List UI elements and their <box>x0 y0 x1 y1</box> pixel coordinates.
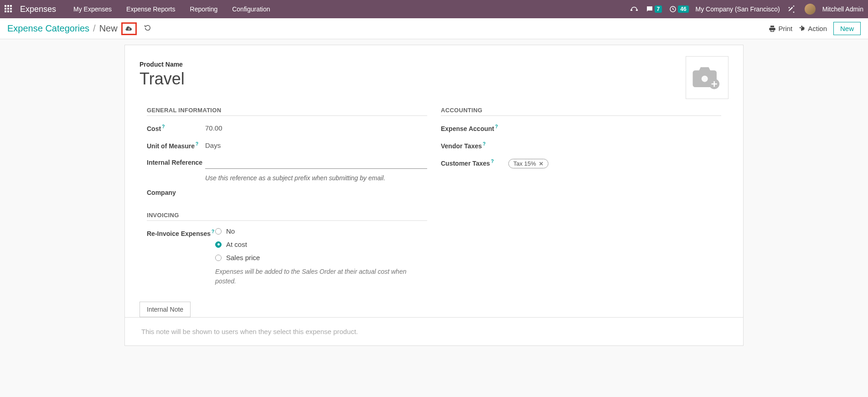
radio-label-no: No <box>226 227 235 235</box>
customer-taxes-label: Customer Taxes? <box>441 157 508 167</box>
radio-circle <box>215 255 222 261</box>
help-icon[interactable]: ? <box>196 141 198 146</box>
section-invoicing: INVOICING <box>147 212 427 221</box>
field-customer-taxes: Customer Taxes? Tax 15% ✕ <box>441 157 721 170</box>
nav-right: 7 46 My Company (San Francisco) Mitchell… <box>630 4 863 15</box>
breadcrumb: Expense Categories / New <box>7 23 118 34</box>
messages-indicator[interactable]: 7 <box>646 5 662 13</box>
product-name-value[interactable]: Travel <box>140 69 728 89</box>
tax-tag-label: Tax 15% <box>513 160 536 167</box>
print-button[interactable]: Print <box>769 25 792 32</box>
radio-no[interactable]: No <box>215 227 427 235</box>
breadcrumb-parent[interactable]: Expense Categories <box>7 23 89 34</box>
customer-taxes-value[interactable]: Tax 15% ✕ <box>508 157 721 170</box>
form-columns: GENERAL INFORMATION Cost? 70.00 Unit of … <box>140 107 728 291</box>
breadcrumb-current: New <box>99 23 118 34</box>
reinvoice-hint: Expenses will be added to the Sales Orde… <box>215 267 407 286</box>
tools-icon[interactable] <box>787 5 796 14</box>
section-accounting: ACCOUNTING <box>441 107 721 116</box>
content-wrap: Product Name Travel GENERAL INFORMATION … <box>0 39 868 351</box>
internal-ref-hint: Use this reference as a subject prefix w… <box>205 174 427 182</box>
nav-my-expenses[interactable]: My Expenses <box>68 0 117 18</box>
field-reinvoice: Re-Invoice Expenses? No At cost Sales <box>147 227 427 286</box>
image-upload[interactable] <box>686 56 728 99</box>
field-cost: Cost? 70.00 <box>147 122 427 135</box>
support-icon[interactable] <box>630 5 639 14</box>
action-label: Action <box>808 25 827 32</box>
tax-tag[interactable]: Tax 15% ✕ <box>508 159 548 168</box>
note-placeholder[interactable]: This note will be shown to users when th… <box>141 328 727 335</box>
nav-left: Expenses My Expenses Expense Reports Rep… <box>5 0 276 18</box>
radio-at-cost[interactable]: At cost <box>215 240 427 248</box>
activities-indicator[interactable]: 46 <box>669 5 688 13</box>
internal-ref-input[interactable] <box>205 157 427 169</box>
cost-value[interactable]: 70.00 <box>205 122 427 134</box>
apps-icon[interactable] <box>5 5 13 13</box>
save-button[interactable] <box>121 22 137 35</box>
right-column: ACCOUNTING Expense Account? Vendor Taxes… <box>441 107 721 291</box>
svg-point-5 <box>702 76 708 82</box>
tab-internal-note[interactable]: Internal Note <box>140 302 191 317</box>
reinvoice-radio-group: No At cost Sales price Expenses will be … <box>215 227 427 286</box>
vendor-taxes-value[interactable] <box>508 140 721 143</box>
radio-label-sales-price: Sales price <box>226 254 260 261</box>
company-selector[interactable]: My Company (San Francisco) <box>696 5 780 13</box>
print-label: Print <box>778 25 792 32</box>
radio-sales-price[interactable]: Sales price <box>215 254 427 261</box>
tab-content: This note will be shown to users when th… <box>125 317 743 345</box>
radio-circle <box>215 228 222 235</box>
breadcrumb-separator: / <box>93 23 96 34</box>
help-icon[interactable]: ? <box>491 159 494 164</box>
activities-badge: 46 <box>678 5 688 13</box>
radio-label-at-cost: At cost <box>226 240 247 248</box>
action-button[interactable]: Action <box>799 25 827 32</box>
product-name-label: Product Name <box>140 61 728 68</box>
tabs: Internal Note <box>140 302 728 317</box>
new-button[interactable]: New <box>833 22 861 35</box>
field-uom: Unit of Measure? Days <box>147 140 427 152</box>
app-brand[interactable]: Expenses <box>20 5 56 14</box>
help-icon[interactable]: ? <box>212 229 214 234</box>
messages-badge: 7 <box>655 5 662 13</box>
nav-configuration[interactable]: Configuration <box>227 0 275 18</box>
uom-value[interactable]: Days <box>205 140 427 151</box>
field-internal-ref: Internal Reference <box>147 157 427 170</box>
uom-label: Unit of Measure? <box>147 140 205 150</box>
section-general: GENERAL INFORMATION <box>147 107 427 116</box>
help-icon[interactable]: ? <box>495 124 498 129</box>
cost-label: Cost? <box>147 122 205 132</box>
vendor-taxes-label: Vendor Taxes? <box>441 140 508 150</box>
nav-reporting[interactable]: Reporting <box>185 0 223 18</box>
help-icon[interactable]: ? <box>483 141 486 146</box>
avatar[interactable] <box>805 4 816 15</box>
form-sheet: Product Name Travel GENERAL INFORMATION … <box>124 45 744 346</box>
expense-account-value[interactable] <box>508 122 721 126</box>
field-company: Company <box>147 187 427 200</box>
field-vendor-taxes: Vendor Taxes? <box>441 140 721 152</box>
field-expense-account: Expense Account? <box>441 122 721 135</box>
reinvoice-label: Re-Invoice Expenses? <box>147 227 215 237</box>
radio-circle <box>215 241 222 248</box>
svg-rect-1 <box>636 10 637 11</box>
internal-ref-label: Internal Reference <box>147 157 205 166</box>
username-label[interactable]: Mitchell Admin <box>822 5 863 13</box>
expense-account-label: Expense Account? <box>441 122 508 132</box>
discard-button[interactable] <box>142 22 153 35</box>
top-navbar: Expenses My Expenses Expense Reports Rep… <box>0 0 868 18</box>
svg-rect-0 <box>630 10 632 11</box>
action-bar: Expense Categories / New Print Action Ne… <box>0 18 868 39</box>
left-column: GENERAL INFORMATION Cost? 70.00 Unit of … <box>147 107 427 291</box>
action-right: Print Action New <box>769 22 861 35</box>
help-icon[interactable]: ? <box>162 124 165 129</box>
company-label: Company <box>147 187 205 196</box>
company-value[interactable] <box>205 187 427 191</box>
nav-expense-reports[interactable]: Expense Reports <box>121 0 181 18</box>
close-icon[interactable]: ✕ <box>539 161 543 167</box>
